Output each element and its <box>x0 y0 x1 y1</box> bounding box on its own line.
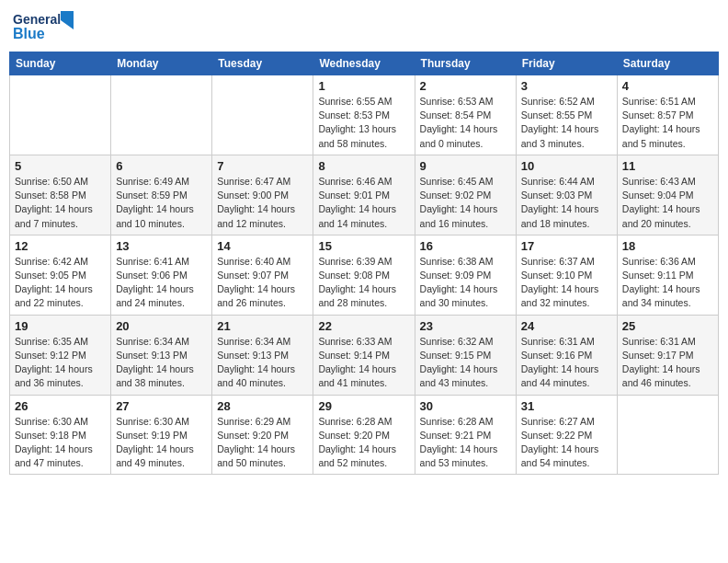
day-number: 30 <box>420 399 511 413</box>
day-info: Sunrise: 6:28 AMSunset: 9:20 PMDaylight:… <box>318 415 409 471</box>
day-number: 17 <box>521 239 612 253</box>
day-number: 26 <box>15 399 106 413</box>
calendar-cell: 21Sunrise: 6:34 AMSunset: 9:13 PMDayligh… <box>212 315 313 395</box>
day-number: 21 <box>217 319 308 333</box>
calendar-cell <box>111 75 212 155</box>
day-number: 9 <box>420 159 511 173</box>
calendar-cell: 19Sunrise: 6:35 AMSunset: 9:12 PMDayligh… <box>10 315 111 395</box>
calendar-cell <box>617 395 718 475</box>
calendar-cell: 7Sunrise: 6:47 AMSunset: 9:00 PMDaylight… <box>212 155 313 235</box>
day-info: Sunrise: 6:36 AMSunset: 9:11 PMDaylight:… <box>622 255 713 311</box>
day-number: 28 <box>217 399 308 413</box>
day-info: Sunrise: 6:35 AMSunset: 9:12 PMDaylight:… <box>15 335 106 391</box>
day-info: Sunrise: 6:32 AMSunset: 9:15 PMDaylight:… <box>420 335 511 391</box>
day-number: 22 <box>318 319 409 333</box>
day-info: Sunrise: 6:37 AMSunset: 9:10 PMDaylight:… <box>521 255 612 311</box>
day-number: 27 <box>116 399 207 413</box>
weekday-header-saturday: Saturday <box>617 52 718 75</box>
calendar-cell: 18Sunrise: 6:36 AMSunset: 9:11 PMDayligh… <box>617 235 718 315</box>
calendar-cell: 15Sunrise: 6:39 AMSunset: 9:08 PMDayligh… <box>313 235 415 315</box>
calendar-cell: 26Sunrise: 6:30 AMSunset: 9:18 PMDayligh… <box>10 395 111 475</box>
calendar-cell: 14Sunrise: 6:40 AMSunset: 9:07 PMDayligh… <box>212 235 313 315</box>
calendar-cell <box>10 75 111 155</box>
weekday-header-monday: Monday <box>111 52 212 75</box>
calendar-week-4: 19Sunrise: 6:35 AMSunset: 9:12 PMDayligh… <box>10 315 719 395</box>
day-number: 25 <box>622 319 713 333</box>
calendar-cell: 5Sunrise: 6:50 AMSunset: 8:58 PMDaylight… <box>10 155 111 235</box>
day-info: Sunrise: 6:31 AMSunset: 9:17 PMDaylight:… <box>622 335 713 391</box>
page-header: GeneralBlue <box>9 9 719 44</box>
day-info: Sunrise: 6:30 AMSunset: 9:19 PMDaylight:… <box>116 415 207 471</box>
weekday-header-sunday: Sunday <box>10 52 111 75</box>
day-number: 13 <box>116 239 207 253</box>
calendar-cell: 13Sunrise: 6:41 AMSunset: 9:06 PMDayligh… <box>111 235 212 315</box>
day-number: 18 <box>622 239 713 253</box>
day-info: Sunrise: 6:42 AMSunset: 9:05 PMDaylight:… <box>15 255 106 311</box>
day-number: 31 <box>521 399 612 413</box>
day-info: Sunrise: 6:38 AMSunset: 9:09 PMDaylight:… <box>420 255 511 311</box>
day-info: Sunrise: 6:40 AMSunset: 9:07 PMDaylight:… <box>217 255 308 311</box>
day-number: 1 <box>318 79 409 93</box>
day-number: 5 <box>15 159 106 173</box>
calendar-cell: 22Sunrise: 6:33 AMSunset: 9:14 PMDayligh… <box>313 315 415 395</box>
day-number: 2 <box>420 79 511 93</box>
calendar-cell: 20Sunrise: 6:34 AMSunset: 9:13 PMDayligh… <box>111 315 212 395</box>
day-number: 20 <box>116 319 207 333</box>
calendar-cell: 25Sunrise: 6:31 AMSunset: 9:17 PMDayligh… <box>617 315 718 395</box>
calendar-week-1: 1Sunrise: 6:55 AMSunset: 8:53 PMDaylight… <box>10 75 719 155</box>
day-info: Sunrise: 6:41 AMSunset: 9:06 PMDaylight:… <box>116 255 207 311</box>
day-info: Sunrise: 6:55 AMSunset: 8:53 PMDaylight:… <box>318 95 409 151</box>
day-number: 11 <box>622 159 713 173</box>
day-info: Sunrise: 6:30 AMSunset: 9:18 PMDaylight:… <box>15 415 106 471</box>
calendar-week-5: 26Sunrise: 6:30 AMSunset: 9:18 PMDayligh… <box>10 395 719 475</box>
weekday-header-thursday: Thursday <box>415 52 516 75</box>
day-number: 10 <box>521 159 612 173</box>
calendar-cell: 8Sunrise: 6:46 AMSunset: 9:01 PMDaylight… <box>313 155 415 235</box>
day-info: Sunrise: 6:39 AMSunset: 9:08 PMDaylight:… <box>318 255 409 311</box>
day-number: 3 <box>521 79 612 93</box>
weekday-header-friday: Friday <box>516 52 617 75</box>
day-number: 24 <box>521 319 612 333</box>
weekday-header-row: SundayMondayTuesdayWednesdayThursdayFrid… <box>10 52 719 75</box>
day-info: Sunrise: 6:43 AMSunset: 9:04 PMDaylight:… <box>622 175 713 231</box>
calendar-table: SundayMondayTuesdayWednesdayThursdayFrid… <box>9 52 719 475</box>
calendar-cell: 16Sunrise: 6:38 AMSunset: 9:09 PMDayligh… <box>415 235 516 315</box>
calendar-cell: 4Sunrise: 6:51 AMSunset: 8:57 PMDaylight… <box>617 75 718 155</box>
calendar-cell <box>212 75 313 155</box>
day-number: 7 <box>217 159 308 173</box>
day-info: Sunrise: 6:31 AMSunset: 9:16 PMDaylight:… <box>521 335 612 391</box>
day-info: Sunrise: 6:44 AMSunset: 9:03 PMDaylight:… <box>521 175 612 231</box>
calendar-cell: 23Sunrise: 6:32 AMSunset: 9:15 PMDayligh… <box>415 315 516 395</box>
day-info: Sunrise: 6:53 AMSunset: 8:54 PMDaylight:… <box>420 95 511 151</box>
calendar-cell: 3Sunrise: 6:52 AMSunset: 8:55 PMDaylight… <box>516 75 617 155</box>
weekday-header-tuesday: Tuesday <box>212 52 313 75</box>
logo: GeneralBlue <box>13 9 77 44</box>
calendar-cell: 31Sunrise: 6:27 AMSunset: 9:22 PMDayligh… <box>516 395 617 475</box>
day-info: Sunrise: 6:28 AMSunset: 9:21 PMDaylight:… <box>420 415 511 471</box>
day-number: 16 <box>420 239 511 253</box>
calendar-cell: 27Sunrise: 6:30 AMSunset: 9:19 PMDayligh… <box>111 395 212 475</box>
calendar-cell: 17Sunrise: 6:37 AMSunset: 9:10 PMDayligh… <box>516 235 617 315</box>
day-info: Sunrise: 6:33 AMSunset: 9:14 PMDaylight:… <box>318 335 409 391</box>
day-info: Sunrise: 6:27 AMSunset: 9:22 PMDaylight:… <box>521 415 612 471</box>
day-number: 8 <box>318 159 409 173</box>
day-info: Sunrise: 6:50 AMSunset: 8:58 PMDaylight:… <box>15 175 106 231</box>
calendar-cell: 6Sunrise: 6:49 AMSunset: 8:59 PMDaylight… <box>111 155 212 235</box>
day-number: 12 <box>15 239 106 253</box>
day-info: Sunrise: 6:34 AMSunset: 9:13 PMDaylight:… <box>116 335 207 391</box>
day-number: 4 <box>622 79 713 93</box>
logo-svg: GeneralBlue <box>13 9 77 44</box>
calendar-cell: 29Sunrise: 6:28 AMSunset: 9:20 PMDayligh… <box>313 395 415 475</box>
day-number: 15 <box>318 239 409 253</box>
calendar-cell: 30Sunrise: 6:28 AMSunset: 9:21 PMDayligh… <box>415 395 516 475</box>
day-number: 19 <box>15 319 106 333</box>
weekday-header-wednesday: Wednesday <box>313 52 415 75</box>
day-number: 6 <box>116 159 207 173</box>
calendar-week-2: 5Sunrise: 6:50 AMSunset: 8:58 PMDaylight… <box>10 155 719 235</box>
calendar-cell: 10Sunrise: 6:44 AMSunset: 9:03 PMDayligh… <box>516 155 617 235</box>
svg-text:Blue: Blue <box>13 26 45 41</box>
day-info: Sunrise: 6:46 AMSunset: 9:01 PMDaylight:… <box>318 175 409 231</box>
calendar-cell: 11Sunrise: 6:43 AMSunset: 9:04 PMDayligh… <box>617 155 718 235</box>
calendar-cell: 28Sunrise: 6:29 AMSunset: 9:20 PMDayligh… <box>212 395 313 475</box>
svg-text:General: General <box>13 12 61 27</box>
